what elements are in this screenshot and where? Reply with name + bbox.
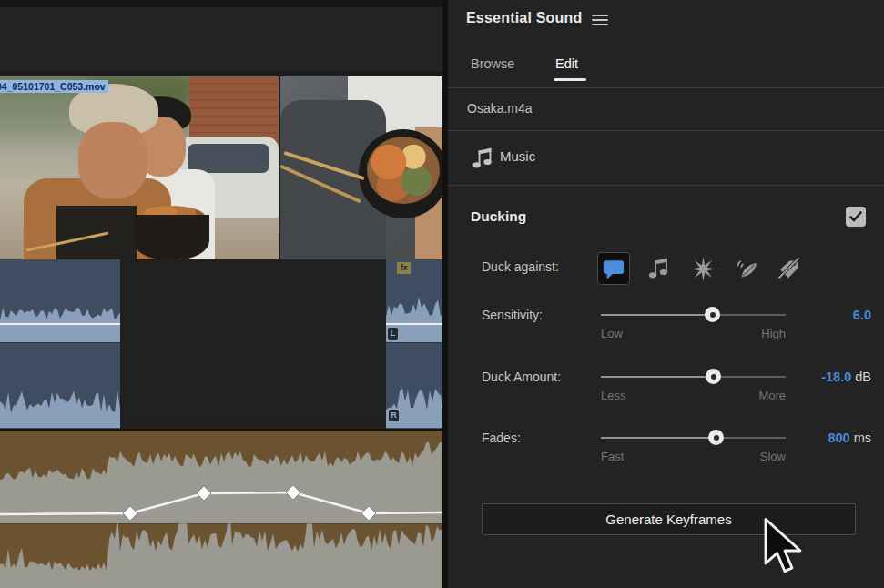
fx-badge: fx	[397, 262, 411, 274]
music-note-icon	[647, 257, 669, 280]
divider	[448, 87, 884, 88]
timeline-area: 04_05101701_C053.mov	[0, 0, 444, 588]
top-strip	[0, 0, 444, 7]
clip-label: 04_05101701_C053.mov	[0, 80, 108, 93]
ducking-checkbox[interactable]	[846, 207, 866, 227]
volume-keyframe-band	[0, 431, 444, 588]
duck-against-label: Duck against:	[482, 259, 559, 274]
essential-sound-panel: Essential Sound Browse Edit Osaka.m4a Mu…	[448, 0, 884, 588]
fades-slider-fill	[601, 437, 716, 439]
sensitivity-slider-fill	[601, 314, 712, 316]
divider	[448, 130, 884, 131]
fades-max-label: Slow	[760, 450, 786, 463]
rubber-band-line[interactable]	[0, 492, 444, 514]
duck-amount-max-label: More	[758, 389, 786, 402]
thumbnail-art-car-window	[188, 144, 269, 173]
panel-menu-icon[interactable]	[592, 15, 608, 26]
duck-against-dialogue-button[interactable]	[597, 252, 630, 285]
keyframe-diamond[interactable]	[361, 506, 376, 521]
panel-title: Essential Sound	[466, 10, 582, 26]
tag-slash-icon	[777, 257, 801, 280]
audio-track-dialogue: fx L R	[0, 259, 444, 429]
fades-slider-thumb[interactable]	[708, 430, 724, 445]
active-tab-underline	[554, 78, 586, 81]
keyframe-diamond[interactable]	[286, 485, 300, 500]
premiere-workspace: 04_05101701_C053.mov	[0, 0, 884, 588]
volume-rubber-band[interactable]	[386, 323, 444, 325]
thumbnail-art-food	[367, 137, 440, 204]
duck-against-untagged-button[interactable]	[772, 252, 805, 285]
fades-min-label: Fast	[601, 450, 624, 463]
leaf-icon	[735, 257, 759, 280]
sensitivity-label: Sensitivity:	[482, 308, 543, 322]
duck-amount-min-label: Less	[601, 389, 625, 402]
thumbnail-art-person1-face	[78, 122, 147, 198]
dialogue-waveform	[386, 259, 444, 429]
ducking-section-title: Ducking	[471, 208, 526, 225]
dialogue-audio-clip-right[interactable]: fx L R	[386, 259, 444, 429]
audio-track-music[interactable]	[0, 429, 444, 588]
burst-icon	[691, 257, 716, 281]
thumbnail-art-person1-shirt	[56, 206, 137, 259]
dialogue-waveform	[0, 259, 120, 429]
speech-bubble-icon	[602, 258, 625, 280]
tab-edit[interactable]: Edit	[555, 56, 578, 71]
duck-amount-slider-thumb[interactable]	[706, 369, 721, 384]
fades-row: Fades: Fast Slow 800ms	[448, 425, 884, 471]
video-clip-2[interactable]	[280, 76, 444, 259]
duck-amount-value[interactable]: -18.0dB	[821, 370, 871, 384]
duck-against-music-button[interactable]	[642, 252, 675, 285]
sensitivity-slider-thumb[interactable]	[705, 307, 720, 322]
sensitivity-max-label: High	[761, 327, 786, 340]
volume-rubber-band[interactable]	[0, 323, 120, 325]
keyframe-diamond[interactable]	[197, 486, 211, 501]
duck-amount-label: Duck Amount:	[482, 370, 561, 384]
check-icon	[849, 211, 862, 222]
channel-divider	[0, 342, 120, 343]
fades-label: Fades:	[482, 431, 521, 445]
dialogue-audio-clip-left[interactable]	[0, 259, 120, 429]
audio-type-music[interactable]: Music	[500, 148, 535, 164]
duck-against-ambience-button[interactable]	[730, 252, 763, 285]
video-track: 04_05101701_C053.mov	[0, 76, 444, 259]
selected-clip-name: Osaka.m4a	[467, 101, 533, 116]
duck-amount-row: Duck Amount: Less More -18.0dB	[448, 364, 884, 410]
fades-value[interactable]: 800ms	[828, 431, 871, 445]
divider	[448, 185, 884, 186]
video-clip-1[interactable]: 04_05101701_C053.mov	[0, 76, 279, 259]
sensitivity-value[interactable]: 6.0	[853, 308, 871, 322]
thumbnail-art-bowl	[133, 215, 209, 259]
tab-browse[interactable]: Browse	[471, 56, 514, 71]
duck-amount-slider-fill	[601, 376, 713, 378]
channel-divider	[386, 342, 444, 343]
sensitivity-row: Sensitivity: Low High 6.0	[448, 302, 884, 348]
music-note-icon	[472, 147, 493, 170]
right-channel-badge: R	[389, 410, 399, 421]
sensitivity-min-label: Low	[601, 327, 623, 340]
mouse-cursor	[763, 517, 807, 575]
duck-against-sfx-button[interactable]	[686, 252, 719, 285]
left-channel-badge: L	[388, 328, 398, 340]
keyframe-diamond[interactable]	[123, 506, 137, 521]
